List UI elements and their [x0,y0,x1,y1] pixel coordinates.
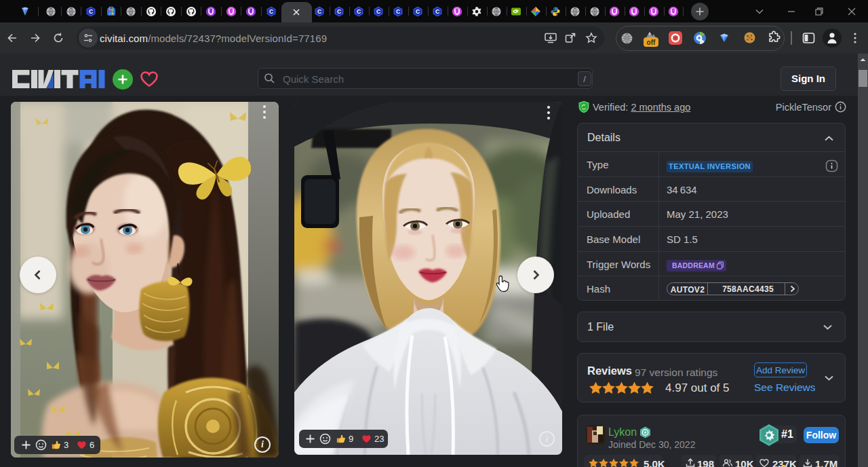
svg-text:C: C [317,8,321,15]
svg-text:C: C [357,8,361,15]
svg-text:C: C [416,8,420,15]
svg-text:C: C [89,8,93,15]
svg-text:C: C [269,8,273,15]
svg-text:C: C [337,8,341,15]
svg-text:C: C [396,8,400,15]
svg-text:C: C [435,8,439,15]
svg-text:C: C [376,8,380,15]
